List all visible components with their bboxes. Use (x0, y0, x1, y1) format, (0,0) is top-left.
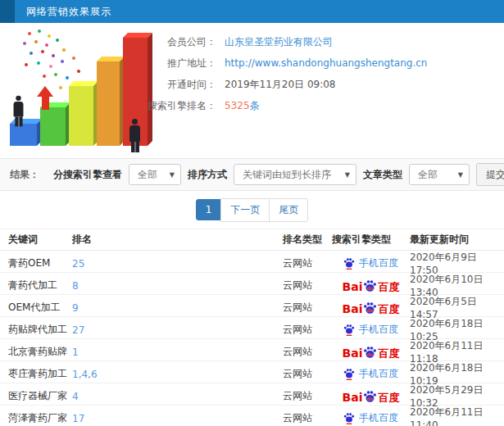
info-value[interactable]: 山东皇圣堂药业有限公司 (225, 35, 333, 49)
sort-filter-select[interactable]: 关键词由短到长排序 ▼ (234, 164, 356, 185)
baidu-paw-icon: du (363, 346, 377, 359)
engine-cell: 手机百度 Bai du 百度 (332, 323, 410, 337)
figure-legs (15, 116, 22, 126)
mobile-baidu-logo: 手机百度 (343, 411, 398, 425)
rank-type-cell: 云网站 (283, 411, 332, 425)
rank-cell: 25 (72, 258, 283, 270)
baidu-paw-icon: du (363, 390, 377, 403)
rank-cell: 1 (72, 347, 283, 358)
page-title: 网络营销效果展示 (26, 5, 111, 19)
rank-type-cell: 云网站 (283, 345, 332, 359)
header-keyword: 关键词 (8, 233, 72, 247)
svg-text:du: du (367, 351, 375, 356)
engine-cell: 手机百度 Bai du 百度 (332, 256, 410, 270)
rank-link[interactable]: 1,4,6 (72, 369, 98, 380)
filter-bar: 结果： 分搜索引擎查看 全部 ▼ 排序方式 关键词由短到长排序 ▼ 文章类型 全… (0, 158, 504, 191)
rank-type-cell: 云网站 (283, 279, 332, 292)
engine-cell: 手机百度 Bai du 百度 (332, 390, 410, 403)
keyword-cell: 北京膏药贴牌 (8, 345, 72, 359)
rank-link[interactable]: 9 (72, 302, 79, 314)
rank-cell: 4 (72, 391, 283, 402)
article-type-value: 全部 (418, 168, 438, 182)
rank-type-cell: 云网站 (283, 323, 332, 337)
rank-cell: 8 (72, 280, 283, 292)
rank-type-cell: 云网站 (283, 301, 332, 315)
baidu-logo-bai: Bai (343, 303, 363, 315)
chevron-down-icon: ▼ (458, 171, 463, 179)
rank-link[interactable]: 27 (72, 324, 84, 336)
rank-cell: 1,4,6 (72, 369, 283, 380)
table-row: 菏泽膏药厂家 17 云网站 手机百度 Bai (0, 406, 504, 426)
chart-bar (10, 124, 37, 146)
mobile-baidu-label: 手机百度 (359, 323, 398, 337)
baidu-paw-icon (343, 368, 355, 380)
figure-body (129, 125, 140, 142)
baidu-logo-bai: Bai (343, 281, 363, 292)
chart-bar (40, 107, 66, 146)
svg-text:du: du (367, 395, 375, 401)
rank-link[interactable]: 4 (72, 391, 79, 402)
baidu-logo-bai: Bai (343, 392, 363, 403)
rank-cell: 9 (72, 302, 283, 314)
rank-type-cell: 云网站 (283, 367, 332, 381)
header-update-time: 最新更新时间 (410, 233, 504, 247)
article-type-select[interactable]: 全部 ▼ (409, 164, 470, 185)
engine-filter-select[interactable]: 全部 ▼ (129, 164, 181, 185)
baidu-logo-cn: 百度 (378, 304, 399, 315)
info-value: 2019年11月20日 09:08 (225, 78, 335, 92)
engine-cell: 手机百度 Bai du 百度 (332, 346, 410, 359)
baidu-logo: Bai du 百度 (343, 390, 400, 403)
rank-link[interactable]: 1 (72, 347, 79, 358)
businessman-left-figure (14, 96, 24, 127)
engine-cell: 手机百度 Bai du 百度 (332, 367, 410, 381)
rank-cell: 27 (72, 324, 283, 336)
keyword-cell: 药贴牌代加工 (8, 323, 72, 337)
titlebar: 网络营销效果展示 (0, 0, 504, 23)
baidu-paw-icon: du (363, 301, 377, 315)
keyword-cell: 医疗器械厂家 (8, 389, 72, 403)
info-value[interactable]: 5325条 (225, 99, 260, 113)
next-page-button[interactable]: 下一页 (220, 198, 270, 222)
rank-link[interactable]: 25 (72, 258, 84, 270)
rank-link[interactable]: 17 (72, 413, 84, 424)
mobile-baidu-logo: 手机百度 (343, 367, 398, 381)
page-1-button[interactable]: 1 (196, 199, 222, 220)
chart-bars (10, 38, 148, 146)
article-type-label: 文章类型 (363, 168, 402, 182)
figure-head (132, 119, 138, 125)
info-row: 会员公司： 山东皇圣堂药业有限公司 (138, 34, 427, 49)
table-body: 膏药OEM 25 云网站 手机百度 Bai (0, 251, 504, 426)
info-label: 搜索引擎排名： (138, 99, 216, 113)
pagination: 1 下一页 尾页 (0, 191, 504, 229)
info-label: 开通时间： (138, 78, 216, 92)
mobile-baidu-label: 手机百度 (359, 367, 398, 381)
baidu-logo: Bai du 百度 (343, 346, 400, 359)
table-row: 医疗器械厂家 4 云网站 手机百度 Bai (0, 383, 504, 406)
header-rank-type: 排名类型 (283, 233, 332, 247)
figure-legs (131, 142, 139, 152)
engine-filter-value: 全部 (138, 168, 157, 182)
table-row: 药贴牌代加工 27 云网站 手机百度 Bai (0, 317, 504, 339)
chart-bar (97, 61, 120, 146)
app-window: 网络营销效果展示 会员公司： 山东皇圣堂药业有限公司 推广地址： http://… (0, 0, 504, 426)
submit-button[interactable]: 提交 (476, 163, 504, 186)
engine-cell: 手机百度 Bai du 百度 (332, 411, 410, 425)
svg-text:du: du (367, 306, 375, 312)
info-value[interactable]: http://www.shandonghuangshengtang.cn (225, 57, 427, 69)
table-row: 北京膏药贴牌 1 云网站 手机百度 Bai (0, 339, 504, 361)
company-info-list: 会员公司： 山东皇圣堂药业有限公司 推广地址： http://www.shand… (138, 28, 427, 120)
last-page-button[interactable]: 尾页 (269, 198, 308, 222)
mobile-baidu-label: 手机百度 (359, 256, 398, 270)
rank-link[interactable]: 8 (72, 280, 79, 292)
baidu-logo-bai: Bai (343, 347, 363, 359)
confetti-decoration (0, 27, 3, 30)
info-row: 开通时间： 2019年11月20日 09:08 (138, 77, 427, 92)
summary-section: 会员公司： 山东皇圣堂药业有限公司 推广地址： http://www.shand… (0, 23, 504, 158)
keyword-cell: 枣庄膏药加工 (8, 367, 72, 381)
result-label: 结果： (10, 168, 39, 182)
svg-text:du: du (367, 284, 375, 290)
sort-filter-value: 关键词由短到长排序 (243, 168, 331, 182)
table-row: 枣庄膏药加工 1,4,6 云网站 手机百度 Bai (0, 361, 504, 383)
rank-type-cell: 云网站 (283, 256, 332, 270)
mobile-baidu-logo: 手机百度 (343, 256, 398, 270)
